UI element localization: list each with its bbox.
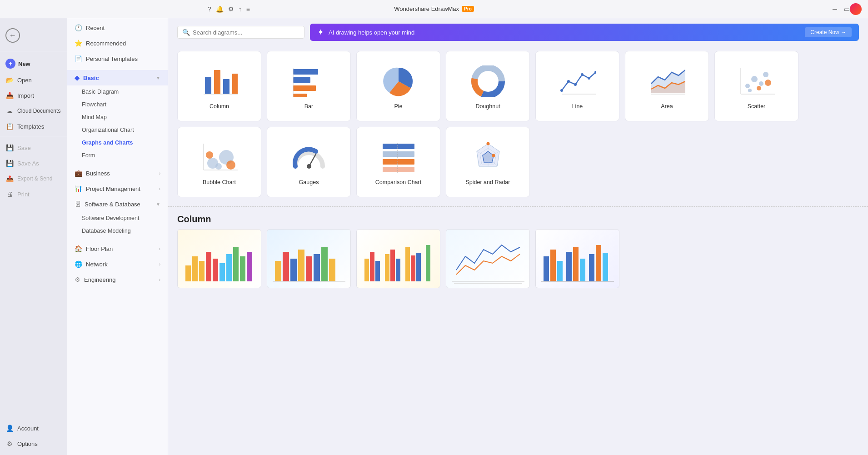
nav-personal-templates[interactable]: 📄 Personal Templates bbox=[67, 51, 168, 66]
nav-db-modeling[interactable]: Database Modeling bbox=[67, 225, 168, 237]
template-card-3[interactable] bbox=[356, 229, 440, 288]
nav-project-mgmt[interactable]: 📊 Project Management › bbox=[67, 181, 168, 196]
software-chevron: ▼ bbox=[156, 202, 160, 207]
nav-flowchart[interactable]: Flowchart bbox=[67, 98, 168, 111]
chart-type-pie[interactable]: Pie bbox=[356, 51, 440, 121]
share-icon[interactable]: ↑ bbox=[239, 5, 242, 13]
tools-icon[interactable]: ⚙ bbox=[228, 5, 234, 13]
new-button[interactable]: + New bbox=[0, 55, 67, 72]
nav-network-label: Network bbox=[86, 261, 108, 268]
svg-rect-79 bbox=[396, 259, 400, 281]
svg-point-19 bbox=[588, 77, 590, 80]
svg-rect-59 bbox=[213, 259, 218, 281]
svg-rect-67 bbox=[290, 259, 297, 281]
sidebar: ← + New 📂 Open 📥 Import ☁ Cloud Document… bbox=[0, 18, 67, 455]
save-button[interactable]: 💾 Save bbox=[0, 140, 67, 155]
template-card-5[interactable] bbox=[535, 229, 619, 288]
chart-type-comparison[interactable]: Comparison Chart bbox=[356, 127, 440, 197]
templates-icon: 📋 bbox=[5, 122, 14, 130]
title-bar: Wondershare EdrawMax Pro ─ ▭ ✕ ? 🔔 ⚙ ↑ ≡ bbox=[0, 0, 868, 18]
options-button[interactable]: ⚙ Options bbox=[0, 436, 67, 451]
search-input[interactable] bbox=[193, 29, 299, 36]
area-label: Area bbox=[661, 103, 673, 110]
svg-rect-8 bbox=[293, 94, 307, 97]
account-button[interactable]: 👤 Account bbox=[0, 420, 67, 436]
spider-label: Spider and Radar bbox=[466, 179, 510, 185]
print-button[interactable]: 🖨 Print bbox=[0, 186, 67, 202]
svg-point-15 bbox=[560, 89, 563, 92]
chart-type-line[interactable]: Line bbox=[535, 51, 619, 121]
nav-basic-diagram[interactable]: Basic Diagram bbox=[67, 85, 168, 98]
back-button[interactable]: ← bbox=[0, 25, 67, 46]
nav-sw-dev[interactable]: Software Development bbox=[67, 212, 168, 225]
recommended-icon: ⭐ bbox=[75, 40, 82, 47]
search-box[interactable]: 🔍 bbox=[177, 26, 304, 39]
chart-type-column[interactable]: Column bbox=[177, 51, 261, 121]
svg-rect-60 bbox=[219, 263, 225, 281]
bubble-label: Bubble Chart bbox=[203, 179, 236, 185]
svg-rect-1 bbox=[214, 70, 220, 94]
svg-rect-6 bbox=[293, 77, 310, 83]
import-button[interactable]: 📥 Import bbox=[0, 88, 67, 103]
svg-point-54 bbox=[492, 154, 495, 157]
floor-icon: 🏠 bbox=[75, 245, 82, 252]
svg-rect-5 bbox=[293, 69, 318, 75]
nav-software-db[interactable]: 🗄 Software & Database ▼ bbox=[67, 196, 168, 212]
template-card-1[interactable] bbox=[177, 229, 261, 288]
nav-recent[interactable]: 🕐 Recent bbox=[67, 20, 168, 35]
svg-rect-7 bbox=[293, 85, 316, 91]
comparison-chart-icon bbox=[380, 139, 417, 175]
chart-type-gauges[interactable]: Gauges bbox=[267, 127, 351, 197]
chart-type-doughnut[interactable]: Doughnut bbox=[446, 51, 530, 121]
ai-create-button[interactable]: Create Now → bbox=[805, 27, 852, 37]
nav-org-chart[interactable]: Organizational Chart bbox=[67, 124, 168, 136]
nav-network[interactable]: 🌐 Network › bbox=[67, 256, 168, 272]
svg-point-39 bbox=[307, 164, 311, 169]
svg-rect-74 bbox=[364, 259, 369, 281]
area-chart-icon bbox=[649, 63, 685, 100]
avatar[interactable] bbox=[850, 3, 862, 15]
svg-rect-77 bbox=[385, 254, 389, 281]
notification-icon[interactable]: 🔔 bbox=[216, 5, 224, 13]
nav-engineering[interactable]: ⚙ Engineering › bbox=[67, 272, 168, 287]
nav-graphs-charts[interactable]: Graphs and Charts bbox=[67, 136, 168, 149]
software-icon: 🗄 bbox=[75, 200, 81, 208]
chart-type-bar[interactable]: Bar bbox=[267, 51, 351, 121]
nav-form[interactable]: Form bbox=[67, 149, 168, 162]
scatter-label: Scatter bbox=[748, 103, 766, 110]
cloud-button[interactable]: ☁ Cloud Documents bbox=[0, 103, 67, 119]
minimize-button[interactable]: ─ bbox=[831, 5, 839, 13]
main-content: 🔍 ✦ AI drawing helps open your mind Crea… bbox=[168, 18, 868, 455]
app-title: Wondershare EdrawMax Pro bbox=[394, 5, 474, 12]
bar-label: Bar bbox=[304, 103, 313, 110]
nav-floor-label: Floor Plan bbox=[86, 245, 113, 252]
svg-rect-62 bbox=[233, 247, 239, 281]
svg-rect-94 bbox=[603, 253, 608, 281]
nav-business[interactable]: 💼 Business › bbox=[67, 165, 168, 181]
chart-type-area[interactable]: Area bbox=[625, 51, 709, 121]
network-chevron: › bbox=[159, 262, 160, 267]
nav-floor-plan[interactable]: 🏠 Floor Plan › bbox=[67, 241, 168, 256]
column-section-title: Column bbox=[168, 206, 868, 229]
save-as-button[interactable]: 💾 Save As bbox=[0, 155, 67, 171]
template-card-2[interactable] bbox=[267, 229, 351, 288]
settings-icon[interactable]: ≡ bbox=[246, 5, 250, 13]
recent-icon: 🕐 bbox=[75, 24, 82, 31]
svg-rect-43 bbox=[383, 167, 414, 172]
template-card-4[interactable] bbox=[446, 229, 530, 288]
project-chevron: › bbox=[159, 186, 160, 191]
chart-type-spider[interactable]: Spider and Radar bbox=[446, 127, 530, 197]
nav-mind-map[interactable]: Mind Map bbox=[67, 111, 168, 124]
templates-button[interactable]: 📋 Templates bbox=[0, 119, 67, 134]
nav-basic[interactable]: ◆ Basic ▼ bbox=[67, 70, 168, 85]
ai-text: AI drawing helps open your mind bbox=[329, 29, 800, 36]
chart-type-bubble[interactable]: Bubble Chart bbox=[177, 127, 261, 197]
help-icon[interactable]: ? bbox=[208, 5, 211, 13]
chart-type-scatter[interactable]: Scatter bbox=[714, 51, 798, 121]
svg-point-14 bbox=[480, 74, 496, 89]
template-preview-3 bbox=[357, 230, 440, 288]
open-button[interactable]: 📂 Open bbox=[0, 72, 67, 88]
nav-recommended[interactable]: ⭐ Recommended bbox=[67, 35, 168, 51]
bar-chart-icon bbox=[291, 63, 327, 100]
export-button[interactable]: 📤 Export & Send bbox=[0, 171, 67, 186]
